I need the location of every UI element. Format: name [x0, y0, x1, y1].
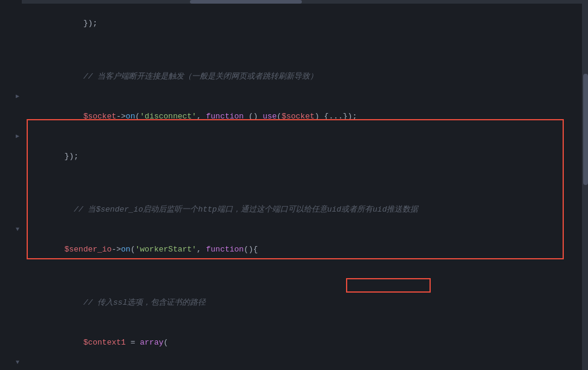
line-content: // 当$sender_io启动后监听一个http端口，通过这个端口可以给任意u… [22, 190, 588, 230]
code-line: // 当客户端断开连接是触发（一般是关闭网页或者跳转刷新导致） [0, 57, 588, 97]
code-editor: }); // 当客户端断开连接是触发（一般是关闭网页或者跳转刷新导致） ▶ $s… [0, 0, 588, 370]
code-line: ▼ $sender_io->on('workerStart', function… [0, 230, 588, 270]
line-content: }); [22, 137, 588, 177]
line-content: $socket->on('disconnect', function () us… [22, 97, 588, 137]
vertical-scrollbar-track[interactable] [582, 0, 588, 370]
line-content: $sender_io->on('workerStart', function()… [22, 230, 588, 270]
fold-indicator[interactable]: ▶ [16, 90, 19, 103]
code-line: $context1 = array( [0, 323, 588, 363]
fold-indicator[interactable]: ▶ [16, 130, 19, 143]
code-line: }); [0, 4, 588, 44]
code-line [0, 44, 588, 57]
line-content: // 传入ssl选项，包含证书的路径 [22, 283, 588, 323]
line-content: 'ssl' => array( [22, 363, 588, 370]
code-line: // 传入ssl选项，包含证书的路径 [0, 283, 588, 323]
code-line [0, 177, 588, 190]
line-content: // 当客户端断开连接是触发（一般是关闭网页或者跳转刷新导致） [22, 57, 588, 97]
code-line: // 当$sender_io启动后监听一个http端口，通过这个端口可以给任意u… [0, 190, 588, 230]
fold-indicator[interactable]: ▼ [16, 356, 19, 369]
code-line [0, 270, 588, 283]
code-line: ▼ 'ssl' => array( [0, 363, 588, 370]
code-area: }); // 当客户端断开连接是触发（一般是关闭网页或者跳转刷新导致） ▶ $s… [0, 4, 588, 370]
line-content [22, 44, 588, 57]
line-content: }); [22, 4, 588, 44]
line-content [22, 177, 588, 190]
fold-indicator[interactable]: ▼ [16, 223, 19, 236]
vertical-scrollbar-thumb[interactable] [583, 74, 588, 185]
line-content: $context1 = array( [22, 323, 588, 363]
code-line: ▶ }); [0, 137, 588, 177]
code-line: ▶ $socket->on('disconnect', function () … [0, 97, 588, 137]
line-content [22, 270, 588, 283]
